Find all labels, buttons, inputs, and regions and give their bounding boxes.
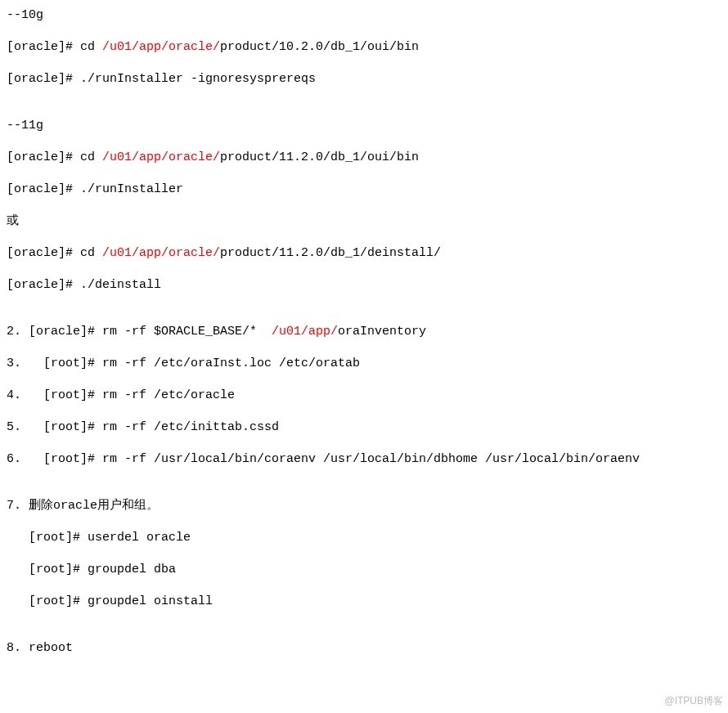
line-cd-10g: [oracle]# cd /u01/app/oracle/product/10.… [7,38,721,56]
text: 8. reboot [7,641,73,655]
text: [root]# groupdel oinstall [7,594,213,608]
line-step8-reboot: 8. reboot [7,639,721,657]
text: product/11.2.0/db_1/oui/bin [220,150,419,164]
text: 2. [oracle]# rm -rf $ORACLE_BASE/* [7,325,272,339]
line-11g-header: --11g [7,117,721,134]
text: [oracle]# cd [7,150,102,164]
text: 6. [root]# rm -rf /usr/local/bin/coraenv… [7,452,640,466]
line-cd-11g-deinstall: [oracle]# cd /u01/app/oracle/product/11.… [7,244,721,262]
text: [root]# groupdel dba [7,563,176,576]
line-groupdel-oinstall: [root]# groupdel oinstall [7,593,721,610]
line-10g-header: --10g [7,7,721,24]
line-step5: 5. [root]# rm -rf /etc/inittab.cssd [7,419,721,436]
line-cd-11g-oui: [oracle]# cd /u01/app/oracle/product/11.… [7,149,721,166]
text: --11g [7,119,43,132]
text: [root]# userdel oracle [7,531,191,545]
line-step7-header: 7. 删除oracle用户和组。 [7,497,721,514]
text: --10g [7,8,43,22]
line-step2: 2. [oracle]# rm -rf $ORACLE_BASE/* /u01/… [7,323,721,340]
path-red: /u01/app/oracle/ [102,40,220,54]
line-groupdel-dba: [root]# groupdel dba [7,561,721,578]
line-step4: 4. [root]# rm -rf /etc/oracle [7,387,721,404]
text: 5. [root]# rm -rf /etc/inittab.cssd [7,420,279,434]
text: 或 [7,214,19,228]
watermark-text: @ITPUB博客 [664,695,723,706]
blank-gap [7,482,721,497]
text: [oracle]# cd [7,40,102,54]
text: [oracle]# cd [7,246,102,260]
text: [oracle]# ./deinstall [7,278,161,292]
text: product/10.2.0/db_1/oui/bin [220,40,419,54]
line-or: 或 [7,213,721,230]
text: product/11.2.0/db_1/deinstall/ [220,246,441,260]
line-step6: 6. [root]# rm -rf /usr/local/bin/coraenv… [7,451,721,468]
line-runinstaller-11g: [oracle]# ./runInstaller [7,181,721,198]
line-step3: 3. [root]# rm -rf /etc/oraInst.loc /etc/… [7,355,721,372]
blank-gap [7,625,721,639]
text: 4. [root]# rm -rf /etc/oracle [7,388,235,402]
text: [oracle]# ./runInstaller [7,182,183,196]
watermark: @ITPUB博客 [664,694,723,708]
line-runinstaller-10g: [oracle]# ./runInstaller -ignoresysprere… [7,70,721,87]
blank-gap [7,102,721,117]
path-red: /u01/app/oracle/ [102,150,220,164]
text: 3. [root]# rm -rf /etc/oraInst.loc /etc/… [7,356,360,370]
text: 7. 删除oracle用户和组。 [7,499,159,513]
path-red: /u01/app/ [272,325,338,339]
line-deinstall: [oracle]# ./deinstall [7,276,721,294]
line-userdel: [root]# userdel oracle [7,529,721,546]
text: oraInventory [338,325,426,339]
path-red: /u01/app/oracle/ [102,246,220,260]
blank-gap [7,308,721,323]
text: [oracle]# ./runInstaller -ignoresysprere… [7,72,316,86]
